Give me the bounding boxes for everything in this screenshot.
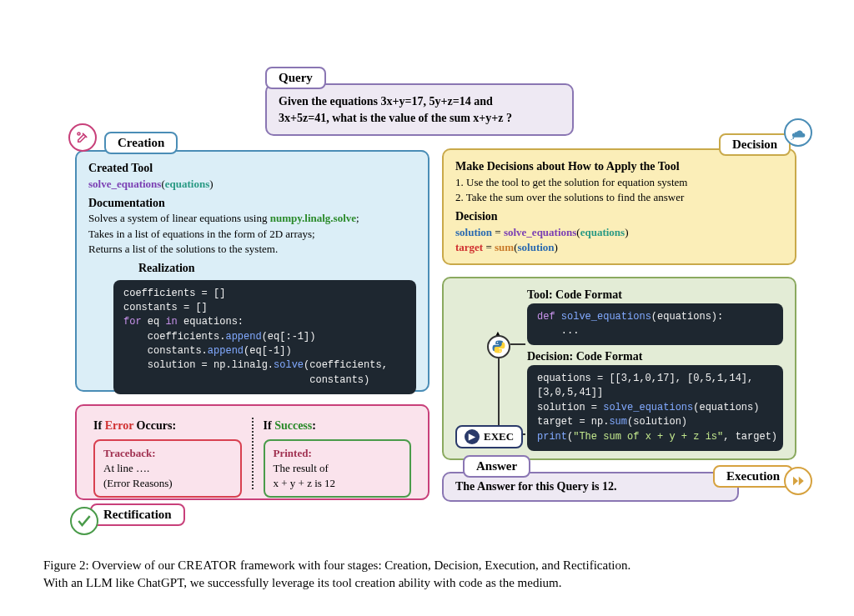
query-box: Given the equations 3x+y=17, 5y+z=14 and… xyxy=(265,83,574,136)
doc-line2: Takes in a list of equations in the form… xyxy=(88,227,416,242)
creation-box: Created Tool solve_equations(equations) … xyxy=(75,150,430,392)
fast-forward-icon xyxy=(784,467,812,495)
success-column: If Success: Printed: The result of x + y… xyxy=(264,418,412,487)
decision-label: Decision xyxy=(719,133,791,156)
documentation-heading: Documentation xyxy=(88,195,416,212)
execution-box: Tool: Code Format def solve_equations(eq… xyxy=(442,277,796,460)
rectification-box: If Error Occurs: Traceback: At line …. (… xyxy=(75,404,430,500)
query-line1: Given the equations 3x+y=17, 5y+z=14 and xyxy=(279,93,560,110)
arrow-right-1 xyxy=(510,343,525,345)
query-line2: 3x+5z=41, what is the value of the sum x… xyxy=(279,110,560,127)
decision-code: equations = [[3,1,0,17], [0,5,1,14], [3,… xyxy=(527,365,783,451)
if-success-heading: If Success: xyxy=(264,418,412,434)
answer-label: Answer xyxy=(463,455,530,478)
success-content: Printed: The result of x + y + z is 12 xyxy=(264,439,412,498)
check-icon xyxy=(70,507,98,535)
doc-line1: Solves a system of linear equations usin… xyxy=(88,211,416,226)
rectification-label: Rectification xyxy=(90,503,185,526)
divider xyxy=(252,418,254,489)
execution-label: Execution xyxy=(713,465,793,488)
decision-code-line2: target = sum(solution) xyxy=(455,240,783,255)
svg-point-2 xyxy=(791,139,792,140)
decision-step1: 1. Use the tool to get the solution for … xyxy=(455,175,783,190)
answer-text: The Answer for this Query is 12. xyxy=(455,480,617,493)
diagram-canvas: Query Given the equations 3x+y=17, 5y+z=… xyxy=(0,0,854,616)
play-icon: ▶ xyxy=(465,429,480,444)
figure-caption: Figure 2: Overview of our CREATOR framew… xyxy=(43,557,811,592)
decision-heading: Make Decisions about How to Apply the To… xyxy=(455,158,783,175)
tools-icon xyxy=(68,123,97,152)
decision-code-heading: Decision: Code Format xyxy=(527,348,783,365)
decision-box: Make Decisions about How to Apply the To… xyxy=(442,148,796,265)
cloud-icon xyxy=(784,118,812,147)
tool-code-heading: Tool: Code Format xyxy=(527,287,783,303)
realization-heading: Realization xyxy=(138,260,416,277)
query-label: Query xyxy=(265,67,326,89)
decision-step2: 2. Take the sum over the solutions to fi… xyxy=(455,190,783,205)
tool-code: def solve_equations(equations): ... xyxy=(527,303,783,346)
svg-point-0 xyxy=(78,133,80,135)
python-icon xyxy=(487,335,510,358)
svg-point-1 xyxy=(792,138,794,139)
realization-code: coefficients = [] constants = [] for eq … xyxy=(113,280,416,395)
arrow-down xyxy=(498,358,500,425)
tool-signature: solve_equations(equations) xyxy=(88,177,416,192)
error-content: Traceback: At line …. (Error Reasons) xyxy=(93,439,242,498)
doc-line3: Returns a list of the solutions to the s… xyxy=(88,242,416,257)
error-column: If Error Occurs: Traceback: At line …. (… xyxy=(93,418,242,487)
decision-code-line1: solution = solve_equations(equations) xyxy=(455,225,783,240)
created-tool-heading: Created Tool xyxy=(88,160,416,177)
decision-sub: Decision xyxy=(455,208,783,225)
if-error-heading: If Error Occurs: xyxy=(93,418,242,434)
exec-button[interactable]: ▶ EXEC xyxy=(455,425,523,448)
creation-label: Creation xyxy=(104,132,178,154)
